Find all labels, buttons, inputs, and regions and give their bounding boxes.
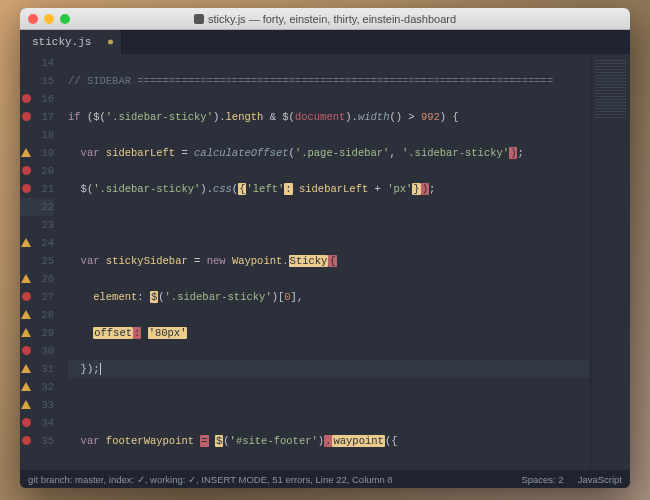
editor-area[interactable]: 1415161718192021222324252627282930313233… xyxy=(20,54,630,470)
line-number: 18 xyxy=(20,126,54,144)
error-icon xyxy=(22,112,31,121)
line-number: 17 xyxy=(20,108,54,126)
status-language[interactable]: JavaScript xyxy=(578,474,622,485)
line-number: 14 xyxy=(20,54,54,72)
line-number: 20 xyxy=(20,162,54,180)
status-spaces[interactable]: Spaces: 2 xyxy=(521,474,563,485)
line-number: 28 xyxy=(20,306,54,324)
error-icon xyxy=(22,184,31,193)
error-icon xyxy=(22,166,31,175)
editor-window: sticky.js — forty, einstein, thirty, ein… xyxy=(20,8,630,488)
warning-icon xyxy=(21,364,31,373)
warning-icon xyxy=(21,274,31,283)
line-number: 31 xyxy=(20,360,54,378)
window-controls xyxy=(20,14,70,24)
line-number: 32 xyxy=(20,378,54,396)
line-number: 33 xyxy=(20,396,54,414)
warning-icon xyxy=(21,328,31,337)
line-number: 26 xyxy=(20,270,54,288)
zoom-icon[interactable] xyxy=(60,14,70,24)
warning-icon xyxy=(21,310,31,319)
line-gutter: 1415161718192021222324252627282930313233… xyxy=(20,54,60,470)
tab-sticky-js[interactable]: sticky.js xyxy=(20,30,122,54)
error-icon xyxy=(22,436,31,445)
minimize-icon[interactable] xyxy=(44,14,54,24)
line-number: 24 xyxy=(20,234,54,252)
warning-icon xyxy=(21,400,31,409)
line-number: 30 xyxy=(20,342,54,360)
tab-label: sticky.js xyxy=(32,36,91,48)
error-icon xyxy=(22,346,31,355)
line-number: 21 xyxy=(20,180,54,198)
line-number: 25 xyxy=(20,252,54,270)
line-number: 22 xyxy=(20,198,54,216)
error-icon xyxy=(22,292,31,301)
file-icon xyxy=(194,14,204,24)
warning-icon xyxy=(21,382,31,391)
titlebar: sticky.js — forty, einstein, thirty, ein… xyxy=(20,8,630,30)
status-left: git branch: master, index: ✓, working: ✓… xyxy=(28,474,393,485)
line-number: 19 xyxy=(20,144,54,162)
line-number: 34 xyxy=(20,414,54,432)
line-number: 35 xyxy=(20,432,54,450)
code-content[interactable]: // SIDEBAR =============================… xyxy=(60,54,590,470)
warning-icon xyxy=(21,148,31,157)
error-icon xyxy=(22,418,31,427)
line-number: 27 xyxy=(20,288,54,306)
tab-bar: sticky.js xyxy=(20,30,630,54)
close-icon[interactable] xyxy=(28,14,38,24)
line-number: 23 xyxy=(20,216,54,234)
line-number: 16 xyxy=(20,90,54,108)
line-number: 15 xyxy=(20,72,54,90)
window-title: sticky.js — forty, einstein, thirty, ein… xyxy=(20,13,630,25)
status-bar: git branch: master, index: ✓, working: ✓… xyxy=(20,470,630,488)
error-icon xyxy=(22,94,31,103)
minimap[interactable] xyxy=(590,54,630,470)
line-number: 29 xyxy=(20,324,54,342)
warning-icon xyxy=(21,238,31,247)
